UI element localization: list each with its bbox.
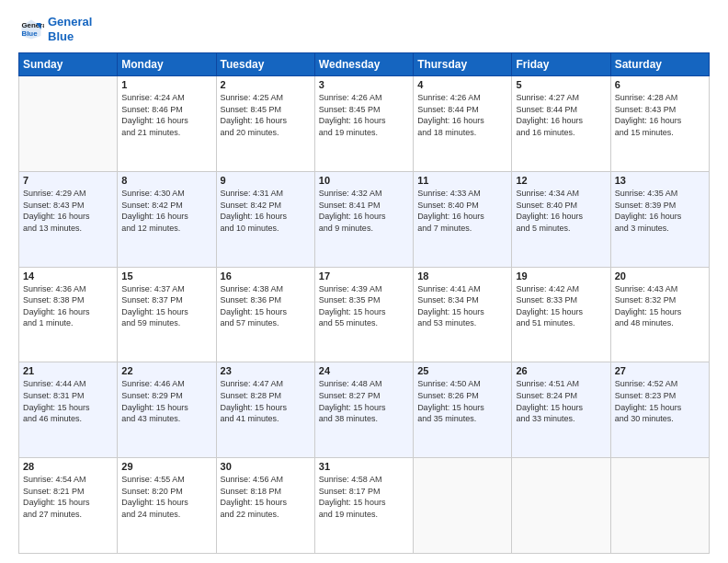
day-info: Sunrise: 4:29 AM Sunset: 8:43 PM Dayligh…	[23, 188, 113, 234]
calendar-cell: 21Sunrise: 4:44 AM Sunset: 8:31 PM Dayli…	[19, 362, 118, 458]
calendar-cell: 31Sunrise: 4:58 AM Sunset: 8:17 PM Dayli…	[314, 458, 413, 554]
calendar-cell: 11Sunrise: 4:33 AM Sunset: 8:40 PM Dayli…	[414, 171, 512, 267]
calendar-week-row: 21Sunrise: 4:44 AM Sunset: 8:31 PM Dayli…	[19, 362, 710, 458]
day-info: Sunrise: 4:27 AM Sunset: 8:44 PM Dayligh…	[516, 92, 606, 138]
day-info: Sunrise: 4:46 AM Sunset: 8:29 PM Dayligh…	[121, 378, 211, 424]
day-info: Sunrise: 4:36 AM Sunset: 8:38 PM Dayligh…	[23, 283, 113, 329]
calendar-cell	[610, 458, 709, 554]
calendar-week-row: 7Sunrise: 4:29 AM Sunset: 8:43 PM Daylig…	[19, 171, 710, 267]
day-number: 10	[319, 175, 409, 186]
weekday-header-monday: Monday	[118, 53, 216, 76]
calendar-cell: 28Sunrise: 4:54 AM Sunset: 8:21 PM Dayli…	[19, 458, 118, 554]
calendar-cell: 26Sunrise: 4:51 AM Sunset: 8:24 PM Dayli…	[512, 362, 610, 458]
day-number: 19	[516, 270, 606, 282]
day-info: Sunrise: 4:30 AM Sunset: 8:42 PM Dayligh…	[121, 188, 211, 234]
day-number: 20	[615, 270, 705, 282]
day-number: 29	[121, 461, 211, 472]
day-number: 30	[221, 461, 311, 472]
day-info: Sunrise: 4:50 AM Sunset: 8:26 PM Dayligh…	[417, 378, 507, 424]
logo-text: General Blue	[48, 15, 92, 43]
day-info: Sunrise: 4:56 AM Sunset: 8:18 PM Dayligh…	[221, 474, 311, 520]
day-number: 8	[121, 175, 211, 186]
day-info: Sunrise: 4:34 AM Sunset: 8:40 PM Dayligh…	[516, 188, 606, 234]
day-info: Sunrise: 4:39 AM Sunset: 8:35 PM Dayligh…	[319, 283, 409, 329]
calendar-cell: 2Sunrise: 4:25 AM Sunset: 8:45 PM Daylig…	[216, 76, 314, 172]
day-number: 14	[23, 270, 113, 282]
day-info: Sunrise: 4:48 AM Sunset: 8:27 PM Dayligh…	[319, 378, 409, 424]
logo-blue: Blue	[48, 29, 74, 43]
day-info: Sunrise: 4:38 AM Sunset: 8:36 PM Dayligh…	[221, 283, 311, 329]
day-info: Sunrise: 4:41 AM Sunset: 8:34 PM Dayligh…	[417, 283, 507, 329]
calendar-week-row: 1Sunrise: 4:24 AM Sunset: 8:46 PM Daylig…	[19, 76, 710, 172]
day-info: Sunrise: 4:52 AM Sunset: 8:23 PM Dayligh…	[615, 378, 705, 424]
calendar-cell: 10Sunrise: 4:32 AM Sunset: 8:41 PM Dayli…	[314, 171, 413, 267]
calendar-cell: 14Sunrise: 4:36 AM Sunset: 8:38 PM Dayli…	[19, 267, 118, 362]
logo-icon: General Blue	[18, 17, 44, 42]
calendar-cell: 4Sunrise: 4:26 AM Sunset: 8:44 PM Daylig…	[414, 76, 512, 172]
calendar-cell: 18Sunrise: 4:41 AM Sunset: 8:34 PM Dayli…	[414, 267, 512, 362]
logo-general: General	[48, 15, 92, 29]
calendar-cell: 12Sunrise: 4:34 AM Sunset: 8:40 PM Dayli…	[512, 171, 610, 267]
day-info: Sunrise: 4:35 AM Sunset: 8:39 PM Dayligh…	[615, 188, 705, 234]
weekday-header-saturday: Saturday	[610, 53, 709, 76]
calendar-table: SundayMondayTuesdayWednesdayThursdayFrid…	[18, 52, 710, 554]
calendar-cell: 20Sunrise: 4:43 AM Sunset: 8:32 PM Dayli…	[610, 267, 709, 362]
day-number: 26	[516, 365, 606, 376]
day-info: Sunrise: 4:51 AM Sunset: 8:24 PM Dayligh…	[516, 378, 606, 424]
day-number: 18	[417, 270, 507, 282]
calendar-cell: 17Sunrise: 4:39 AM Sunset: 8:35 PM Dayli…	[314, 267, 413, 362]
svg-text:Blue: Blue	[22, 29, 39, 38]
calendar-cell: 1Sunrise: 4:24 AM Sunset: 8:46 PM Daylig…	[118, 76, 216, 172]
day-number: 27	[615, 365, 705, 376]
day-number: 16	[221, 270, 311, 282]
day-number: 28	[23, 461, 113, 472]
day-number: 12	[516, 175, 606, 186]
day-info: Sunrise: 4:47 AM Sunset: 8:28 PM Dayligh…	[221, 378, 311, 424]
calendar-cell	[19, 76, 118, 172]
calendar-cell: 13Sunrise: 4:35 AM Sunset: 8:39 PM Dayli…	[610, 171, 709, 267]
page: General Blue General Blue SundayMondayTu…	[0, 0, 728, 563]
day-number: 17	[319, 270, 409, 282]
calendar-cell	[414, 458, 512, 554]
calendar-cell: 15Sunrise: 4:37 AM Sunset: 8:37 PM Dayli…	[118, 267, 216, 362]
day-number: 9	[221, 175, 311, 186]
day-number: 13	[615, 175, 705, 186]
weekday-header-thursday: Thursday	[414, 53, 512, 76]
day-number: 25	[417, 365, 507, 376]
day-info: Sunrise: 4:32 AM Sunset: 8:41 PM Dayligh…	[319, 188, 409, 234]
calendar-week-row: 28Sunrise: 4:54 AM Sunset: 8:21 PM Dayli…	[19, 458, 710, 554]
day-info: Sunrise: 4:37 AM Sunset: 8:37 PM Dayligh…	[121, 283, 211, 329]
day-info: Sunrise: 4:55 AM Sunset: 8:20 PM Dayligh…	[121, 474, 211, 520]
calendar-cell: 19Sunrise: 4:42 AM Sunset: 8:33 PM Dayli…	[512, 267, 610, 362]
calendar-cell: 27Sunrise: 4:52 AM Sunset: 8:23 PM Dayli…	[610, 362, 709, 458]
weekday-header-friday: Friday	[512, 53, 610, 76]
calendar-cell: 8Sunrise: 4:30 AM Sunset: 8:42 PM Daylig…	[118, 171, 216, 267]
day-number: 3	[319, 79, 409, 90]
day-info: Sunrise: 4:33 AM Sunset: 8:40 PM Dayligh…	[417, 188, 507, 234]
calendar-cell: 29Sunrise: 4:55 AM Sunset: 8:20 PM Dayli…	[118, 458, 216, 554]
day-info: Sunrise: 4:28 AM Sunset: 8:43 PM Dayligh…	[615, 92, 705, 138]
day-number: 15	[121, 270, 211, 282]
day-info: Sunrise: 4:25 AM Sunset: 8:45 PM Dayligh…	[221, 92, 311, 138]
weekday-header-wednesday: Wednesday	[314, 53, 413, 76]
day-number: 23	[221, 365, 311, 376]
day-info: Sunrise: 4:31 AM Sunset: 8:42 PM Dayligh…	[221, 188, 311, 234]
day-info: Sunrise: 4:43 AM Sunset: 8:32 PM Dayligh…	[615, 283, 705, 329]
day-number: 21	[23, 365, 113, 376]
day-info: Sunrise: 4:42 AM Sunset: 8:33 PM Dayligh…	[516, 283, 606, 329]
day-number: 7	[23, 175, 113, 186]
day-info: Sunrise: 4:58 AM Sunset: 8:17 PM Dayligh…	[319, 474, 409, 520]
calendar-header-row: SundayMondayTuesdayWednesdayThursdayFrid…	[19, 53, 710, 76]
day-number: 1	[121, 79, 211, 90]
weekday-header-sunday: Sunday	[19, 53, 118, 76]
day-info: Sunrise: 4:26 AM Sunset: 8:45 PM Dayligh…	[319, 92, 409, 138]
day-number: 11	[417, 175, 507, 186]
day-number: 5	[516, 79, 606, 90]
day-number: 4	[417, 79, 507, 90]
day-number: 31	[319, 461, 409, 472]
calendar-cell	[512, 458, 610, 554]
header: General Blue General Blue	[18, 15, 710, 43]
calendar-cell: 3Sunrise: 4:26 AM Sunset: 8:45 PM Daylig…	[314, 76, 413, 172]
calendar-cell: 6Sunrise: 4:28 AM Sunset: 8:43 PM Daylig…	[610, 76, 709, 172]
calendar-cell: 24Sunrise: 4:48 AM Sunset: 8:27 PM Dayli…	[314, 362, 413, 458]
